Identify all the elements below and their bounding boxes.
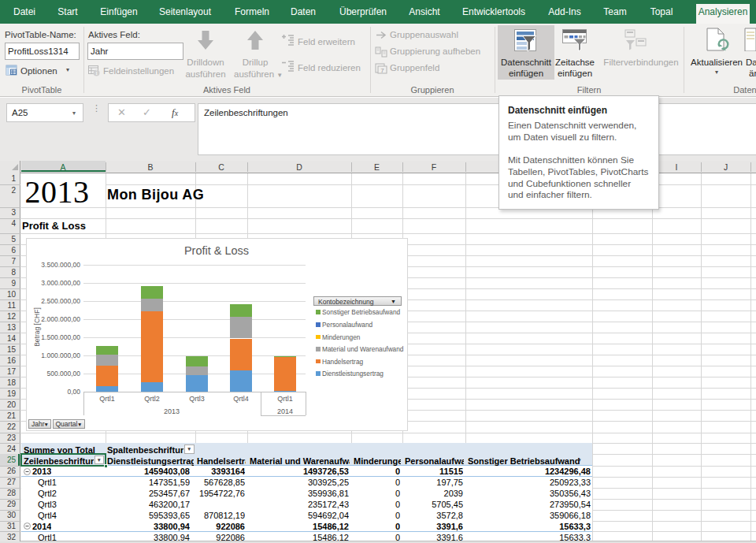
svg-text:7: 7 [380, 67, 384, 74]
